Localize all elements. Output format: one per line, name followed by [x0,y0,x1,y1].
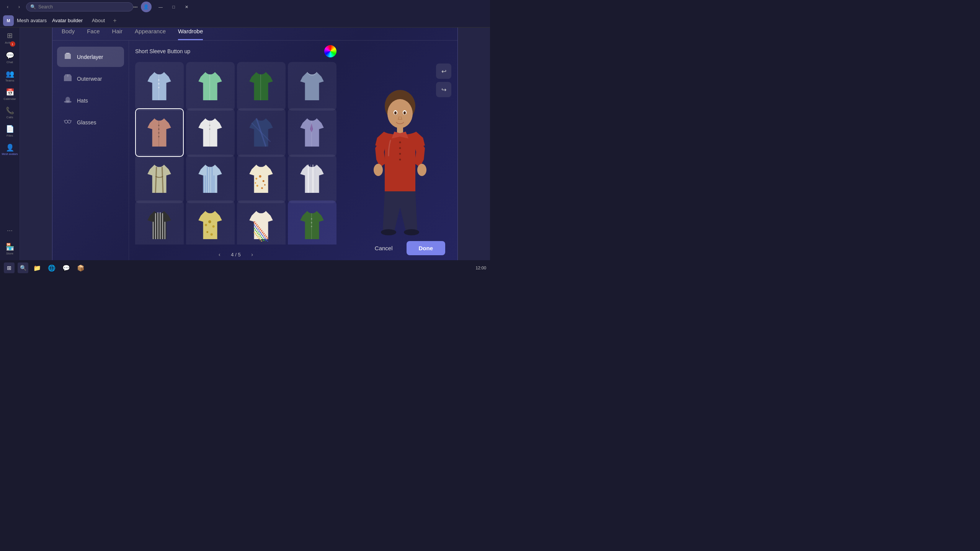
items-grid [135,62,336,245]
sidebar-item-store[interactable]: 🏪 Store [2,240,18,257]
avatar-preview: ↩ ↪ [343,41,457,266]
svg-point-22 [209,125,211,126]
item-card-13[interactable] [186,201,235,245]
undo-button[interactable]: ↩ [436,64,451,79]
svg-point-71 [417,164,426,176]
sidebar-label-teams: Teams [5,79,15,82]
taskbar-search[interactable]: 🔍 [18,262,28,273]
item-card-7[interactable] [288,108,336,157]
sidebar-item-activity[interactable]: ⊞ Activity 1 [2,31,18,47]
item-card-10[interactable] [237,155,286,203]
item-card-4[interactable] [135,108,184,157]
app-logo: M [3,15,14,26]
window-controls: — □ ✕ [155,2,193,11]
item-card-0[interactable] [135,62,184,111]
item-card-2[interactable] [237,62,286,111]
category-sidebar: Underlayer Outerwear [52,41,129,266]
svg-point-11 [158,80,160,81]
svg-point-50 [205,224,207,226]
tab-avatar-builder[interactable]: Avatar builder [48,16,87,25]
search-bar[interactable]: 🔍 Search [26,2,133,11]
maximize-button[interactable]: □ [168,2,180,11]
sidebar-label-calendar: Calendar [3,97,16,101]
color-wheel-button[interactable] [324,45,336,57]
svg-point-18 [158,129,160,130]
svg-point-69 [399,159,401,161]
hats-icon [63,95,72,106]
files-icon: 📄 [6,125,14,133]
svg-point-53 [207,231,209,233]
tab-wardrobe[interactable]: Wardrobe [178,28,203,40]
category-outerwear[interactable]: Outerwear [57,68,124,89]
taskbar-store2[interactable]: 📦 [75,262,87,274]
tab-body[interactable]: Body [62,28,75,40]
redo-button[interactable]: ↪ [436,82,451,97]
sidebar-item-chat[interactable]: 💬 Chat [2,49,18,66]
item-card-9[interactable] [186,155,235,203]
item-card-3[interactable] [288,62,336,111]
sidebar-item-files[interactable]: 📄 Files [2,122,18,139]
avatar-3d-preview [358,85,442,238]
search-placeholder: Search [38,4,53,10]
svg-point-23 [209,129,211,130]
forward-button[interactable]: › [15,2,24,11]
svg-point-70 [374,164,383,176]
tab-avatar-builder-label: Avatar builder [52,18,83,23]
item-card-11[interactable] [288,155,336,203]
underlayer-icon [63,51,72,62]
svg-point-68 [399,153,401,155]
svg-point-58 [311,226,312,227]
user-avatar[interactable]: 👤 [141,2,152,12]
item-card-8[interactable] [135,155,184,203]
prev-page-button[interactable]: ‹ [214,249,225,260]
activity-icon: ⊞ [7,31,13,40]
svg-rect-65 [397,126,403,133]
taskbar-teams[interactable]: 💬 [60,262,72,274]
tab-hair[interactable]: Hair [112,28,123,40]
title-bar: ‹ › 🔍 Search ••• 👤 — □ ✕ [0,0,490,14]
taskbar-explorer[interactable]: 📁 [31,262,43,274]
back-button[interactable]: ‹ [3,2,12,11]
next-page-button[interactable]: › [247,249,258,260]
sidebar-item-teams[interactable]: 👥 Teams [2,67,18,84]
category-glasses[interactable]: Glasses [57,112,124,132]
taskbar-edge[interactable]: 🌐 [46,262,57,274]
add-tab-button[interactable]: + [110,16,119,25]
svg-point-34 [259,175,261,178]
sidebar-item-more[interactable]: ··· [2,222,18,239]
selected-item-name: Short Sleeve Button up [135,48,190,54]
done-button[interactable]: Done [407,241,446,255]
svg-point-13 [158,87,160,88]
more-options[interactable]: ••• [133,5,138,9]
tab-appearance[interactable]: Appearance [135,28,166,40]
close-button[interactable]: ✕ [181,2,193,11]
category-underlayer[interactable]: Underlayer [57,47,124,67]
title-bar-right: ••• 👤 — □ ✕ [133,2,193,12]
sidebar-item-calendar[interactable]: 📅 Calendar [2,86,18,103]
svg-point-54 [211,233,213,235]
svg-point-52 [212,225,215,227]
cancel-button[interactable]: Cancel [366,241,402,255]
item-card-12[interactable] [135,201,184,245]
sidebar-item-calls[interactable]: 📞 Calls [2,104,18,121]
item-card-1[interactable] [186,62,235,111]
start-button[interactable]: ⊞ [4,262,15,273]
items-header: Short Sleeve Button up [135,45,336,57]
item-card-14[interactable] [237,201,286,245]
item-card-15[interactable] [288,201,336,245]
svg-point-63 [394,111,397,114]
minimize-button[interactable]: — [155,2,167,11]
taskbar: ⊞ 🔍 📁 🌐 💬 📦 12:00 [0,260,490,276]
category-hats-label: Hats [77,98,88,104]
items-panel: Short Sleeve Button up [129,41,343,266]
tab-about[interactable]: About [88,16,109,25]
calendar-icon: 📅 [6,88,14,96]
svg-point-57 [311,222,312,223]
tab-face[interactable]: Face [87,28,100,40]
bottom-buttons: Cancel Done [349,238,451,260]
item-card-5[interactable] [186,108,235,157]
item-card-6[interactable] [237,108,286,157]
svg-text:M: M [7,18,10,23]
category-hats[interactable]: Hats [57,90,124,111]
sidebar-item-mesh-avatars[interactable]: 👤 Mesh avatars [2,141,18,158]
